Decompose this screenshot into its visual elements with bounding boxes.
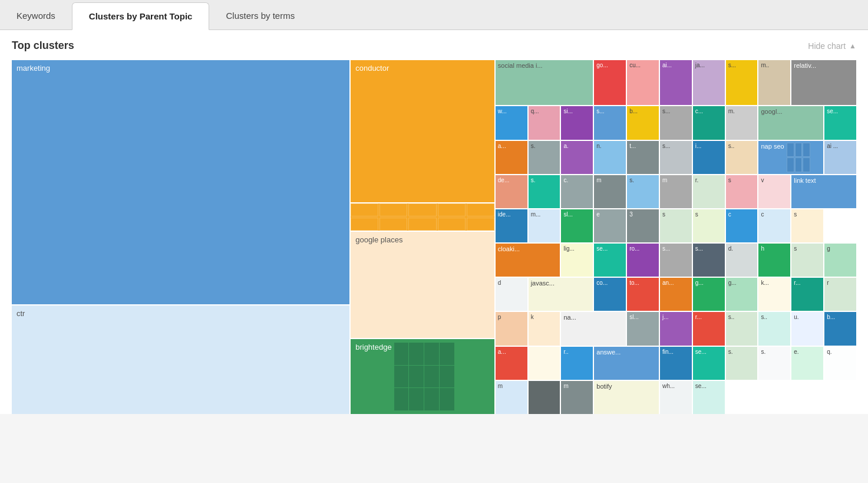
cell-yellow[interactable] (529, 347, 560, 380)
cell-googl[interactable]: googl... (758, 106, 823, 139)
cell-d2[interactable]: d (496, 278, 527, 311)
cell-c1[interactable]: c... (693, 106, 725, 139)
cell-c2[interactable]: c. (561, 175, 593, 208)
cell-m1[interactable]: m.. (758, 60, 790, 105)
cell-gray[interactable] (529, 381, 560, 414)
cell-m4[interactable]: m (660, 175, 692, 208)
cell-ai[interactable]: ai... (660, 60, 692, 105)
cell-a1[interactable]: a... (496, 141, 527, 174)
cell-cu[interactable]: cu... (627, 60, 659, 105)
cell-u[interactable]: u. (791, 312, 823, 345)
cell-s12[interactable]: s (791, 209, 823, 242)
cell-co[interactable]: co... (594, 278, 626, 311)
cell-s10[interactable]: s (660, 209, 692, 242)
cell-s13[interactable]: s... (660, 244, 692, 277)
cell-v[interactable]: v (758, 175, 790, 208)
cell-d1[interactable]: d. (726, 244, 758, 277)
cell-t[interactable]: t... (627, 141, 659, 174)
cell-p[interactable]: p (496, 312, 527, 345)
cell-b[interactable]: b... (627, 106, 659, 139)
cell-s17[interactable]: s.. (758, 312, 790, 345)
cell-b2[interactable]: b... (824, 312, 856, 345)
cell-s4[interactable]: s. (529, 141, 560, 174)
cell-s9[interactable]: s (726, 175, 758, 208)
cell-an[interactable]: an... (660, 278, 692, 311)
cell-social-media[interactable]: social media i... (496, 60, 593, 105)
cell-answe[interactable]: answe... (594, 347, 659, 380)
cell-link-text[interactable]: link text (791, 175, 856, 208)
cell-three[interactable]: 3 (627, 209, 659, 242)
cell-se3[interactable]: se... (693, 347, 725, 380)
cell-i[interactable]: i... (693, 141, 725, 174)
tab-keywords[interactable]: Keywords (0, 2, 72, 29)
tab-clusters-terms[interactable]: Clusters by terms (209, 2, 311, 29)
cell-m2[interactable]: m. (726, 106, 758, 139)
cell-k1[interactable]: k... (758, 278, 790, 311)
cell-s3[interactable]: s... (660, 106, 692, 139)
cell-q[interactable]: q... (529, 106, 560, 139)
hide-chart-button[interactable]: Hide chart ▲ (808, 41, 856, 51)
cell-g1[interactable]: g (824, 244, 856, 277)
cell-a2[interactable]: a. (561, 141, 593, 174)
cell-m6[interactable]: m (496, 381, 527, 414)
cell-s18[interactable]: s. (726, 347, 758, 380)
cell-w[interactable]: w... (496, 106, 527, 139)
cell-google-places[interactable]: google places (351, 232, 494, 338)
cell-s19[interactable]: s. (758, 347, 790, 380)
cell-a3[interactable]: a... (496, 347, 527, 380)
cell-ide[interactable]: ide... (496, 209, 527, 242)
cell-s16[interactable]: s.. (726, 312, 758, 345)
cell-r1[interactable]: r. (693, 175, 725, 208)
cell-de[interactable]: de... (496, 175, 527, 208)
cell-to[interactable]: to... (627, 278, 659, 311)
cell-s15[interactable]: s (791, 244, 823, 277)
cell-ja[interactable]: ja... (693, 60, 725, 105)
cell-n[interactable]: n. (594, 141, 626, 174)
cell-fin[interactable]: fin... (660, 347, 692, 380)
cell-si[interactable]: si... (561, 106, 593, 139)
cell-s11[interactable]: s (693, 209, 725, 242)
cell-se2[interactable]: se... (594, 244, 626, 277)
cell-ctr[interactable]: ctr (12, 305, 349, 414)
cell-botify[interactable]: botify (594, 381, 659, 414)
tab-clusters-parent[interactable]: Clusters by Parent Topic (72, 2, 210, 30)
cell-r2[interactable]: r... (791, 278, 823, 311)
cell-j[interactable]: j... (660, 312, 692, 345)
cell-e2[interactable]: e. (791, 347, 823, 380)
cell-s5[interactable]: s... (660, 141, 692, 174)
cell-g3[interactable]: g... (726, 278, 758, 311)
cell-sl[interactable]: sl... (561, 209, 593, 242)
cell-javasc[interactable]: javasc... (529, 278, 593, 311)
cell-q2[interactable]: q. (824, 347, 856, 380)
cell-r5[interactable]: r.. (561, 347, 593, 380)
cell-se1[interactable]: se... (824, 106, 856, 139)
cell-marketing[interactable]: marketing (12, 60, 349, 304)
cell-g2[interactable]: g... (693, 278, 725, 311)
cell-s7[interactable]: s. (529, 175, 560, 208)
cell-s6[interactable]: s.. (726, 141, 758, 174)
cell-r3[interactable]: r (824, 278, 856, 311)
cell-se4[interactable]: se... (693, 381, 725, 414)
cell-c4[interactable]: c (758, 209, 790, 242)
cell-go[interactable]: go... (594, 60, 626, 105)
cell-brightedge[interactable]: brightedge (351, 339, 494, 414)
cell-na[interactable]: na... (561, 312, 626, 345)
cell-m7[interactable]: m (561, 381, 593, 414)
cell-s8[interactable]: s. (627, 175, 659, 208)
cell-s2[interactable]: s... (594, 106, 626, 139)
cell-s14[interactable]: s... (693, 244, 725, 277)
cell-m3[interactable]: m (594, 175, 626, 208)
cell-ro[interactable]: ro... (627, 244, 659, 277)
cell-e[interactable]: e (594, 209, 626, 242)
cell-lig[interactable]: lig... (561, 244, 593, 277)
cell-conductor[interactable]: conductor (351, 60, 494, 202)
cell-r4[interactable]: r... (693, 312, 725, 345)
cell-s1[interactable]: s... (726, 60, 758, 105)
cell-h[interactable]: h (758, 244, 790, 277)
cell-k2[interactable]: k (529, 312, 560, 345)
cell-m5[interactable]: m... (529, 209, 560, 242)
cell-nap-seo[interactable]: nap seo (758, 141, 823, 174)
cell-relativ[interactable]: relativ... (791, 60, 856, 105)
cell-wh[interactable]: wh... (660, 381, 692, 414)
cell-sl2[interactable]: sl... (627, 312, 659, 345)
